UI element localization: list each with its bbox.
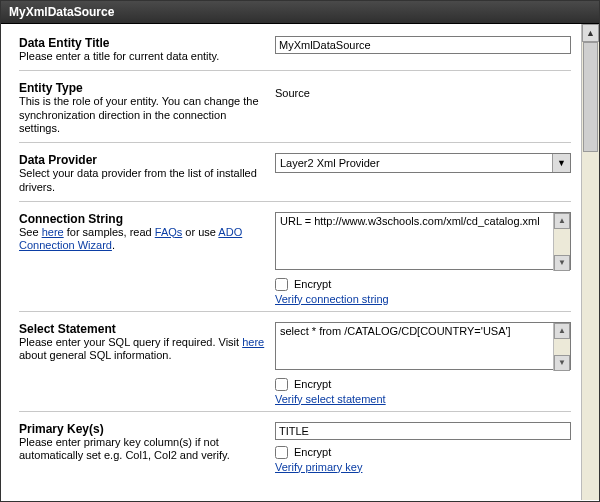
separator (19, 201, 571, 202)
form-content: Data Entity Title Please enter a title f… (1, 24, 581, 500)
connection-string-textarea[interactable] (275, 212, 571, 270)
scroll-down-icon[interactable]: ▼ (554, 355, 570, 371)
scroll-up-icon[interactable]: ▲ (554, 323, 570, 339)
text: for samples, read (64, 226, 155, 238)
verify-connection-link[interactable]: Verify connection string (275, 293, 389, 305)
row-primary-key: Primary Key(s) Please enter primary key … (19, 422, 571, 473)
scroll-track[interactable] (582, 42, 599, 500)
entity-title-label: Data Entity Title (19, 36, 265, 50)
row-entity-title: Data Entity Title Please enter a title f… (19, 36, 571, 64)
scroll-down-icon[interactable]: ▼ (554, 255, 570, 271)
settings-window: MyXmlDataSource Data Entity Title Please… (0, 0, 600, 502)
separator (19, 142, 571, 143)
connection-encrypt-label: Encrypt (294, 278, 331, 290)
select-statement-textarea[interactable] (275, 322, 571, 370)
separator (19, 70, 571, 71)
window-title: MyXmlDataSource (1, 1, 599, 24)
select-encrypt-label: Encrypt (294, 378, 331, 390)
window-scrollbar[interactable]: ▲ (581, 24, 599, 500)
samples-link[interactable]: here (42, 226, 64, 238)
scroll-up-icon[interactable]: ▲ (554, 213, 570, 229)
data-provider-select[interactable]: Layer2 Xml Provider ▼ (275, 153, 571, 173)
textarea-scrollbar[interactable]: ▲ ▼ (553, 323, 570, 371)
entity-title-desc: Please enter a title for current data en… (19, 50, 265, 64)
faqs-link[interactable]: FAQs (155, 226, 183, 238)
data-provider-desc: Select your data provider from the list … (19, 167, 265, 195)
select-encrypt-checkbox[interactable] (275, 378, 288, 391)
entity-type-label: Entity Type (19, 81, 265, 95)
select-statement-desc: Please enter your SQL query if required.… (19, 336, 265, 364)
select-statement-label: Select Statement (19, 322, 265, 336)
primary-key-desc: Please enter primary key column(s) if no… (19, 436, 265, 464)
entity-type-value: Source (275, 81, 571, 99)
chevron-down-icon: ▼ (552, 154, 570, 172)
primary-key-input[interactable] (275, 422, 571, 440)
text: about general SQL information. (19, 349, 171, 361)
primary-key-label: Primary Key(s) (19, 422, 265, 436)
entity-title-input[interactable] (275, 36, 571, 54)
separator (19, 411, 571, 412)
row-connection-string: Connection String See here for samples, … (19, 212, 571, 305)
text: See (19, 226, 42, 238)
row-select-statement: Select Statement Please enter your SQL q… (19, 322, 571, 405)
verify-primary-link[interactable]: Verify primary key (275, 461, 362, 473)
row-data-provider: Data Provider Select your data provider … (19, 153, 571, 195)
connection-string-desc: See here for samples, read FAQs or use A… (19, 226, 265, 254)
connection-encrypt-checkbox[interactable] (275, 278, 288, 291)
content-wrap: Data Entity Title Please enter a title f… (1, 24, 599, 500)
row-entity-type: Entity Type This is the role of your ent… (19, 81, 571, 136)
text: . (112, 239, 115, 251)
sql-here-link[interactable]: here (242, 336, 264, 348)
scroll-up-icon[interactable]: ▲ (582, 24, 599, 42)
text: or use (182, 226, 218, 238)
entity-type-desc: This is the role of your entity. You can… (19, 95, 265, 136)
verify-select-link[interactable]: Verify select statement (275, 393, 386, 405)
data-provider-label: Data Provider (19, 153, 265, 167)
primary-encrypt-checkbox[interactable] (275, 446, 288, 459)
text: Please enter your SQL query if required.… (19, 336, 242, 348)
connection-string-label: Connection String (19, 212, 265, 226)
scroll-thumb[interactable] (583, 42, 598, 152)
textarea-scrollbar[interactable]: ▲ ▼ (553, 213, 570, 271)
separator (19, 311, 571, 312)
primary-encrypt-label: Encrypt (294, 446, 331, 458)
data-provider-selected: Layer2 Xml Provider (280, 157, 380, 169)
